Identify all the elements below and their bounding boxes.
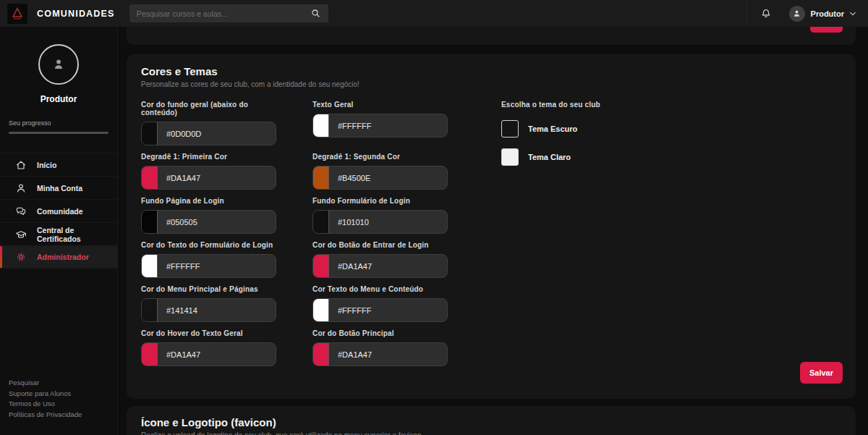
color-hex-value: #DA1A47 <box>166 174 200 182</box>
topbar: COMUNIDADES Produtor <box>0 0 868 27</box>
search-bar[interactable] <box>129 4 328 22</box>
color-input[interactable]: #FFFFFF <box>312 114 448 138</box>
footer-link-suporte[interactable]: Suporte para Alunos <box>9 389 109 400</box>
color-field-botao-entrar-login: Cor do Botão de Entrar de Login #DA1A47 <box>312 241 448 278</box>
color-hex-value: #FFFFFF <box>338 122 371 130</box>
color-field-label: Cor do fundo geral (abaixo do conteúdo) <box>141 101 276 117</box>
footer-link-termos[interactable]: Termos de Uso <box>9 399 109 410</box>
color-swatch[interactable] <box>142 299 158 321</box>
color-input[interactable]: #0D0D0D <box>141 122 276 145</box>
color-field-fundo-pagina-login: Fundo Página de Login #050505 <box>141 197 276 234</box>
chevron-down-icon <box>849 11 856 17</box>
partial-save-button[interactable] <box>810 27 843 33</box>
color-hex-value: #101010 <box>338 218 369 227</box>
section-subtitle: Personalize as cores de seu club, com a … <box>141 80 841 88</box>
color-swatch[interactable] <box>142 122 158 145</box>
color-swatch[interactable] <box>313 299 329 321</box>
color-field-hover-texto-geral: Cor do Hover do Texto Geral #DA1A47 <box>141 329 276 366</box>
color-swatch[interactable] <box>142 255 158 277</box>
gear-icon <box>15 251 27 263</box>
color-field-texto-menu-conteudo: Cor Texto do Menu e Conteúdo #FFFFFF <box>312 285 448 322</box>
section-title: Ícone e Logotipo (favicon) <box>141 416 841 428</box>
notifications-bell-icon[interactable] <box>760 8 772 20</box>
color-input[interactable]: #FFFFFF <box>312 298 448 322</box>
color-field-botao-principal: Cor do Botão Principal #DA1A47 <box>312 329 448 366</box>
search-icon[interactable] <box>310 8 321 19</box>
color-hex-value: #B4500E <box>338 174 370 182</box>
color-hex-value: #FFFFFF <box>338 306 371 315</box>
color-swatch[interactable] <box>313 343 329 366</box>
color-field-label: Cor Texto do Menu e Conteúdo <box>312 285 448 293</box>
theme-option-escuro[interactable]: Tema Escuro <box>501 120 600 138</box>
color-input[interactable]: #DA1A47 <box>312 342 448 366</box>
profile-avatar[interactable] <box>38 44 79 85</box>
previous-section-card-bottom <box>127 27 856 45</box>
sidebar-item-comunidade[interactable]: Comunidade <box>0 199 117 222</box>
theme-option-label: Tema Escuro <box>528 124 577 133</box>
brand-logo[interactable] <box>7 4 27 24</box>
color-swatch[interactable] <box>142 211 158 233</box>
main-content: Cores e Temas Personalize as cores de se… <box>119 27 868 435</box>
color-swatch[interactable] <box>313 166 329 189</box>
color-swatch[interactable] <box>142 166 158 189</box>
search-input[interactable] <box>137 9 310 18</box>
color-swatch[interactable] <box>313 211 329 233</box>
user-name: Produtor <box>811 9 844 18</box>
color-field-texto-formulario-login: Cor do Texto do Formulário de Login #FFF… <box>141 241 276 278</box>
color-input[interactable]: #FFFFFF <box>141 254 276 278</box>
color-input[interactable]: #DA1A47 <box>312 254 448 278</box>
progress-label: Seu progresso <box>9 119 109 127</box>
color-field-menu-principal: Cor do Menu Principal e Páginas #141414 <box>141 285 276 322</box>
profile-block: Produtor <box>0 27 117 104</box>
color-hex-value: #141414 <box>166 306 197 315</box>
brand-name: COMUNIDADES <box>37 9 115 19</box>
progress-bar <box>9 132 109 134</box>
sidebar-item-minha-conta[interactable]: Minha Conta <box>0 176 117 199</box>
color-swatch[interactable] <box>313 114 329 137</box>
color-input[interactable]: #141414 <box>141 298 276 322</box>
sidebar-item-label: Central de Certificados <box>37 226 117 243</box>
color-input[interactable]: #DA1A47 <box>141 166 276 190</box>
theme-swatch-escuro[interactable] <box>501 120 519 138</box>
logo-triangle-icon <box>9 6 25 22</box>
color-hex-value: #DA1A47 <box>338 262 372 271</box>
sidebar-item-label: Minha Conta <box>37 184 82 193</box>
user-menu[interactable]: Produtor <box>789 6 856 22</box>
footer-link-privacidade[interactable]: Políticas de Privacidade <box>9 410 109 421</box>
color-input[interactable]: #050505 <box>141 210 276 234</box>
chat-icon <box>15 206 27 217</box>
graduation-cap-icon <box>15 229 27 240</box>
sidebar-item-central-certificados[interactable]: Central de Certificados <box>0 222 117 245</box>
color-field-label: Cor do Botão Principal <box>312 329 448 337</box>
color-field-fundo-geral: Cor do fundo geral (abaixo do conteúdo) … <box>141 101 276 145</box>
person-icon <box>51 56 67 72</box>
theme-option-claro[interactable]: Tema Claro <box>501 148 600 166</box>
color-hex-value: #DA1A47 <box>338 350 372 359</box>
color-hex-value: #0D0D0D <box>166 130 201 138</box>
sidebar-footer: Pesquisar Suporte para Alunos Termos de … <box>0 378 117 435</box>
color-field-texto-geral: Texto Geral #FFFFFF <box>312 101 448 145</box>
color-field-fundo-formulario-login: Fundo Formulário de Login #101010 <box>312 197 448 234</box>
color-input[interactable]: #DA1A47 <box>141 342 276 366</box>
sidebar-item-label: Administrador <box>37 253 89 261</box>
section-subtitle: Realize o upload do logotipo de seu club… <box>141 431 841 435</box>
save-button[interactable]: Salvar <box>800 362 843 384</box>
color-field-degrade-primeira: Degradê 1: Primeira Cor #DA1A47 <box>141 153 276 190</box>
home-icon <box>15 159 27 171</box>
color-field-label: Degradê 1: Segunda Cor <box>312 153 448 161</box>
color-field-label: Cor do Menu Principal e Páginas <box>141 285 276 293</box>
color-swatch[interactable] <box>142 343 158 366</box>
theme-option-label: Tema Claro <box>528 153 571 161</box>
sidebar-item-administrador[interactable]: Administrador <box>0 245 117 269</box>
color-swatch[interactable] <box>313 255 329 277</box>
footer-link-pesquisar[interactable]: Pesquisar <box>9 378 109 389</box>
theme-swatch-claro[interactable] <box>501 148 519 166</box>
color-input[interactable]: #B4500E <box>312 166 448 190</box>
color-input[interactable]: #101010 <box>312 210 448 234</box>
color-hex-value: #050505 <box>166 218 197 227</box>
color-field-label: Texto Geral <box>312 101 448 109</box>
sidebar-item-inicio[interactable]: Início <box>0 153 117 176</box>
user-avatar <box>789 6 805 22</box>
color-hex-value: #DA1A47 <box>166 350 200 359</box>
color-hex-value: #FFFFFF <box>166 262 200 271</box>
